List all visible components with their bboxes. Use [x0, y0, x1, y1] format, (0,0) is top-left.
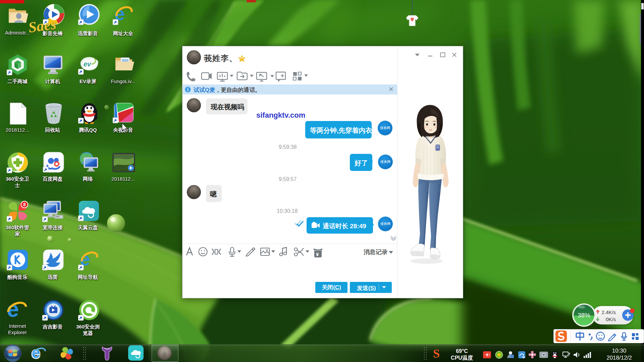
svg-text:2.4K/s: 2.4K/s	[601, 309, 616, 315]
svg-text:消息记录: 消息记录	[363, 249, 388, 255]
svg-text:0K/s: 0K/s	[606, 316, 616, 322]
svg-text:38%: 38%	[578, 312, 590, 319]
svg-text:ev: ev	[84, 60, 92, 68]
svg-text:¥: ¥	[316, 251, 319, 257]
svg-text:8: 8	[23, 202, 26, 207]
